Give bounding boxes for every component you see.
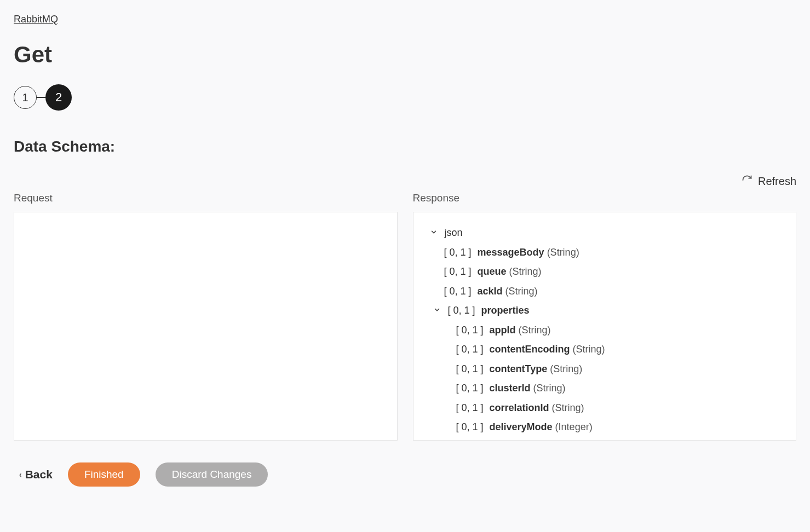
tree-field[interactable]: [ 0, 1 ] clusterId (String) [456, 379, 781, 398]
breadcrumb-rabbitmq[interactable]: RabbitMQ [14, 14, 58, 25]
tree-field[interactable]: [ 0, 1 ] expiration (String) [456, 437, 781, 441]
request-panel [14, 212, 398, 441]
cardinality: [ 0, 1 ] [448, 305, 475, 316]
tree-field[interactable]: [ 0, 1 ] appId (String) [456, 321, 781, 340]
field-type: (String) [550, 363, 582, 374]
tree-field[interactable]: [ 0, 1 ] correlationId (String) [456, 398, 781, 418]
stepper: 1 2 [14, 84, 796, 111]
tree-field[interactable]: [ 0, 1 ] deliveryMode (Integer) [456, 418, 781, 437]
field-type: (String) [509, 266, 542, 277]
field-type: (String) [552, 402, 584, 413]
chevron-left-icon: ‹ [19, 470, 22, 479]
cardinality: [ 0, 1 ] [456, 383, 484, 394]
tree-field[interactable]: [ 0, 1 ] contentEncoding (String) [456, 340, 781, 360]
request-header: Request [14, 192, 398, 204]
refresh-icon [742, 175, 752, 188]
field-type: (String) [547, 247, 579, 258]
section-title: Data Schema: [14, 138, 796, 155]
cardinality: [ 0, 1 ] [456, 363, 484, 374]
discard-changes-button[interactable]: Discard Changes [156, 462, 268, 487]
field-name: correlationId [490, 402, 549, 413]
field-name: queue [478, 266, 507, 277]
refresh-label: Refresh [758, 175, 796, 188]
field-name: properties [481, 305, 530, 316]
tree-field[interactable]: [ 0, 1 ] ackId (String) [444, 282, 781, 302]
cardinality: [ 0, 1 ] [456, 421, 484, 432]
field-name: messageBody [478, 247, 544, 258]
step-2[interactable]: 2 [45, 84, 72, 111]
tree-field[interactable]: [ 0, 1 ] contentType (String) [456, 360, 781, 379]
step-connector [37, 97, 45, 98]
field-type: (String) [519, 325, 551, 336]
step-1[interactable]: 1 [14, 86, 37, 109]
refresh-button[interactable]: Refresh [14, 175, 796, 188]
chevron-down-icon[interactable] [429, 228, 439, 236]
field-name: appId [490, 325, 516, 336]
cardinality: [ 0, 1 ] [444, 286, 472, 297]
tree-field[interactable]: [ 0, 1 ] messageBody (String) [444, 243, 781, 263]
page-title: Get [14, 42, 796, 68]
back-button[interactable]: ‹ Back [19, 468, 53, 481]
field-name: deliveryMode [490, 421, 553, 432]
field-name: contentEncoding [490, 344, 570, 355]
finished-button[interactable]: Finished [68, 462, 140, 487]
cardinality: [ 0, 1 ] [456, 325, 484, 336]
cardinality: [ 0, 1 ] [456, 402, 484, 413]
field-name: ackId [478, 286, 503, 297]
field-type: (String) [573, 344, 605, 355]
cardinality: [ 0, 1 ] [444, 266, 472, 277]
cardinality: [ 0, 1 ] [444, 247, 472, 258]
tree-node-properties[interactable]: [ 0, 1 ] properties [432, 301, 781, 321]
response-header: Response [413, 192, 797, 204]
cardinality: [ 0, 1 ] [456, 344, 484, 355]
chevron-down-icon[interactable] [432, 306, 442, 314]
tree-root-label: json [445, 227, 463, 238]
field-name: contentType [490, 363, 548, 374]
back-label: Back [25, 468, 53, 481]
tree-root-json[interactable]: json [429, 223, 781, 243]
field-type: (String) [533, 383, 566, 394]
field-type: (String) [505, 286, 538, 297]
field-name: clusterId [490, 383, 531, 394]
field-type: (Integer) [555, 421, 593, 432]
response-panel: json [ 0, 1 ] messageBody (String) [ 0, … [413, 212, 797, 441]
tree-field[interactable]: [ 0, 1 ] queue (String) [444, 262, 781, 282]
